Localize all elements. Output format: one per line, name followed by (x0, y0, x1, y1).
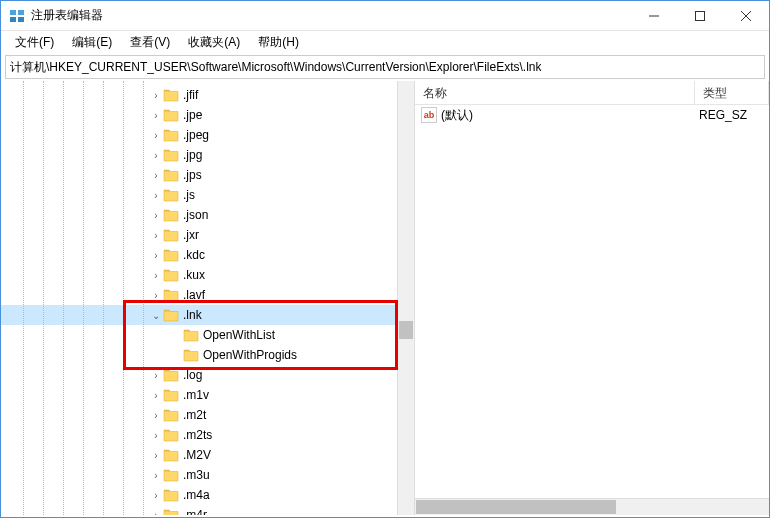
chevron-right-icon[interactable]: › (149, 510, 163, 516)
svg-rect-3 (18, 17, 24, 22)
chevron-right-icon[interactable]: › (149, 290, 163, 301)
tree-item[interactable]: ›.M2V (1, 445, 414, 465)
tree-item[interactable]: ›.m3u (1, 465, 414, 485)
tree-item[interactable]: OpenWithProgids (1, 345, 414, 365)
tree-item-label: .jpeg (183, 128, 209, 142)
menu-file[interactable]: 文件(F) (7, 32, 62, 53)
tree-item[interactable]: ›.json (1, 205, 414, 225)
tree-item[interactable]: ›.jxr (1, 225, 414, 245)
tree-item-label: .jpe (183, 108, 202, 122)
tree-item[interactable]: ›.jpeg (1, 125, 414, 145)
minimize-button[interactable] (631, 1, 677, 30)
folder-icon (163, 268, 179, 282)
tree-item[interactable]: ›.jfif (1, 85, 414, 105)
tree-item-label: .jfif (183, 88, 198, 102)
tree-item[interactable]: ›.lavf (1, 285, 414, 305)
tree-item-label: .m2t (183, 408, 206, 422)
tree-item[interactable]: OpenWithList (1, 325, 414, 345)
menu-view[interactable]: 查看(V) (122, 32, 178, 53)
folder-icon (163, 128, 179, 142)
chevron-right-icon[interactable]: › (149, 410, 163, 421)
chevron-right-icon[interactable]: › (149, 370, 163, 381)
tree-item[interactable]: ›.m2ts (1, 425, 414, 445)
menu-favorites[interactable]: 收藏夹(A) (180, 32, 248, 53)
window-title: 注册表编辑器 (31, 7, 631, 24)
chevron-right-icon[interactable]: › (149, 270, 163, 281)
chevron-right-icon[interactable]: › (149, 210, 163, 221)
tree-item[interactable]: ›.jps (1, 165, 414, 185)
tree-item[interactable]: ⌄.lnk (1, 305, 414, 325)
list-body[interactable]: ab (默认) REG_SZ (415, 105, 769, 515)
tree-item-label: .jpg (183, 148, 202, 162)
chevron-right-icon[interactable]: › (149, 490, 163, 501)
list-scroll-thumb[interactable] (416, 500, 616, 514)
tree-item[interactable]: ›.m2t (1, 405, 414, 425)
column-type[interactable]: 类型 (695, 81, 769, 104)
tree-item-label: .m2ts (183, 428, 212, 442)
tree-item[interactable]: ›.m4r (1, 505, 414, 515)
chevron-right-icon[interactable]: › (149, 450, 163, 461)
tree-item-label: OpenWithList (203, 328, 275, 342)
tree-item[interactable]: ›.jpe (1, 105, 414, 125)
chevron-right-icon[interactable]: › (149, 130, 163, 141)
tree-item-label: .m4a (183, 488, 210, 502)
value-type: REG_SZ (699, 108, 747, 122)
folder-icon (163, 368, 179, 382)
chevron-right-icon[interactable]: › (149, 230, 163, 241)
folder-icon (163, 88, 179, 102)
tree-item-label: .m3u (183, 468, 210, 482)
chevron-right-icon[interactable]: › (149, 470, 163, 481)
folder-icon (163, 188, 179, 202)
tree-item-label: OpenWithProgids (203, 348, 297, 362)
address-path: 计算机\HKEY_CURRENT_USER\Software\Microsoft… (10, 59, 541, 76)
chevron-down-icon[interactable]: ⌄ (149, 310, 163, 321)
folder-icon (163, 388, 179, 402)
menubar: 文件(F) 编辑(E) 查看(V) 收藏夹(A) 帮助(H) (1, 31, 769, 53)
tree-item[interactable]: ›.log (1, 365, 414, 385)
svg-rect-1 (18, 10, 24, 15)
menu-help[interactable]: 帮助(H) (250, 32, 307, 53)
folder-icon (183, 328, 199, 342)
tree-item-label: .json (183, 208, 208, 222)
column-name[interactable]: 名称 (415, 81, 695, 104)
chevron-right-icon[interactable]: › (149, 110, 163, 121)
list-pane: 名称 类型 ab (默认) REG_SZ (415, 81, 769, 515)
chevron-right-icon[interactable]: › (149, 430, 163, 441)
content-area: ›.jfif›.jpe›.jpeg›.jpg›.jps›.js›.json›.j… (1, 81, 769, 515)
chevron-right-icon[interactable]: › (149, 190, 163, 201)
tree[interactable]: ›.jfif›.jpe›.jpeg›.jpg›.jps›.js›.json›.j… (1, 81, 414, 515)
list-header: 名称 类型 (415, 81, 769, 105)
tree-vertical-scrollbar[interactable] (397, 81, 414, 515)
list-horizontal-scrollbar[interactable] (415, 498, 769, 515)
folder-icon (163, 428, 179, 442)
tree-item[interactable]: ›.m4a (1, 485, 414, 505)
maximize-button[interactable] (677, 1, 723, 30)
tree-item-label: .log (183, 368, 202, 382)
tree-scroll-thumb[interactable] (399, 321, 413, 339)
chevron-right-icon[interactable]: › (149, 170, 163, 181)
chevron-right-icon[interactable]: › (149, 90, 163, 101)
folder-icon (163, 508, 179, 515)
tree-pane: ›.jfif›.jpe›.jpeg›.jpg›.jps›.js›.json›.j… (1, 81, 415, 515)
tree-item-label: .js (183, 188, 195, 202)
tree-item-label: .M2V (183, 448, 211, 462)
close-button[interactable] (723, 1, 769, 30)
address-bar[interactable]: 计算机\HKEY_CURRENT_USER\Software\Microsoft… (5, 55, 765, 79)
tree-item-label: .kdc (183, 248, 205, 262)
chevron-right-icon[interactable]: › (149, 390, 163, 401)
titlebar: 注册表编辑器 (1, 1, 769, 31)
menu-edit[interactable]: 编辑(E) (64, 32, 120, 53)
tree-item[interactable]: ›.jpg (1, 145, 414, 165)
tree-item[interactable]: ›.kux (1, 265, 414, 285)
chevron-right-icon[interactable]: › (149, 150, 163, 161)
folder-icon (163, 148, 179, 162)
folder-icon (163, 408, 179, 422)
svg-rect-5 (696, 11, 705, 20)
svg-rect-2 (10, 17, 16, 22)
chevron-right-icon[interactable]: › (149, 250, 163, 261)
tree-item[interactable]: ›.kdc (1, 245, 414, 265)
tree-item[interactable]: ›.m1v (1, 385, 414, 405)
list-row[interactable]: ab (默认) REG_SZ (415, 105, 769, 125)
tree-item[interactable]: ›.js (1, 185, 414, 205)
string-value-icon: ab (421, 107, 437, 123)
